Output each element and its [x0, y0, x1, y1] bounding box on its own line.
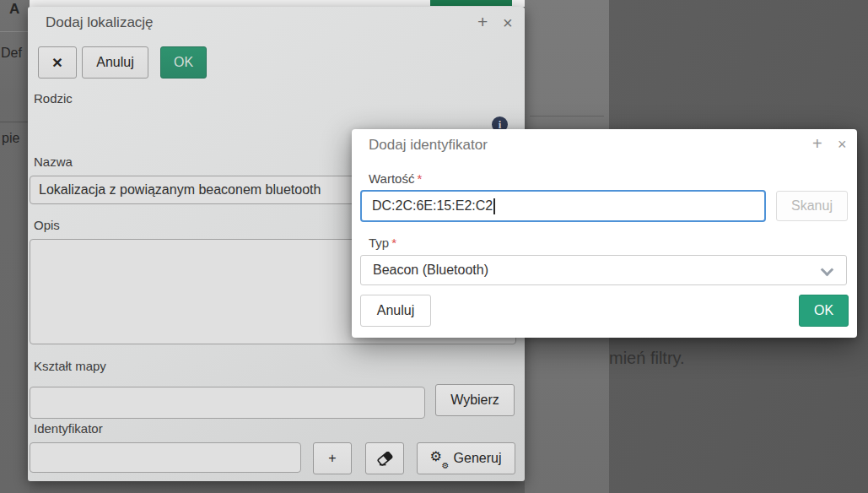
- close-icon[interactable]: ×: [503, 14, 513, 31]
- background-text-pie: pie: [2, 131, 19, 146]
- identifier-label: Identyfikator: [34, 421, 103, 436]
- generate-label: Generuj: [454, 451, 502, 466]
- required-marker: *: [391, 236, 396, 250]
- type-select-value: Beacon (Bluetooth): [373, 263, 488, 278]
- background-green-button: [430, 0, 512, 6]
- background-left-sliver: A Def pie: [0, 0, 30, 493]
- background-text-filters: mień filtry.: [609, 349, 685, 368]
- background-text-a: A: [9, 1, 19, 18]
- add-identifier-button[interactable]: +: [313, 442, 352, 474]
- background-divider: [530, 116, 604, 116]
- type-select[interactable]: Beacon (Bluetooth): [360, 255, 847, 285]
- value-label: Wartość*: [369, 171, 422, 186]
- dialog-title: Dodaj identyfikator: [369, 137, 488, 154]
- eraser-icon: [377, 452, 393, 466]
- close-button[interactable]: ✕: [38, 46, 77, 79]
- generate-button[interactable]: ⚙ ⚙ Generuj: [417, 442, 515, 474]
- type-label: Typ*: [369, 236, 396, 250]
- expand-icon[interactable]: +: [812, 135, 822, 152]
- description-label: Opis: [34, 218, 60, 232]
- ok-button[interactable]: OK: [799, 295, 849, 327]
- choose-button[interactable]: Wybierz: [435, 384, 515, 416]
- screen: mień filtry. A Def pie Dodaj lokalizację…: [0, 0, 868, 493]
- close-icon[interactable]: ×: [838, 136, 847, 153]
- add-identifier-dialog: Dodaj identyfikator + × Wartość* DC:2C:6…: [352, 129, 857, 338]
- map-shape-label: Kształt mapy: [34, 359, 106, 373]
- parent-label: Rodzic: [34, 91, 73, 106]
- scan-button[interactable]: Skanuj: [776, 191, 848, 221]
- cross-icon: ✕: [51, 55, 62, 71]
- cancel-button[interactable]: Anuluj: [360, 295, 431, 327]
- text-cursor: [493, 198, 495, 214]
- map-shape-input[interactable]: [30, 387, 425, 419]
- background-divider: [0, 122, 30, 122]
- chevron-down-icon: [822, 265, 832, 274]
- background-toolbar-strip: [30, 0, 525, 7]
- identifier-input[interactable]: [30, 442, 301, 473]
- clear-identifier-button[interactable]: [365, 442, 404, 474]
- background-divider: [0, 31, 30, 32]
- gears-icon: ⚙ ⚙: [431, 451, 448, 467]
- ok-button[interactable]: OK: [160, 46, 207, 79]
- value-input[interactable]: DC:2C:6E:15:E2:C2: [360, 190, 766, 222]
- name-label: Nazwa: [34, 154, 73, 169]
- background-text-def: Def: [1, 46, 22, 61]
- required-marker: *: [417, 171, 422, 186]
- cancel-button[interactable]: Anuluj: [82, 46, 148, 79]
- value-input-text: DC:2C:6E:15:E2:C2: [372, 198, 493, 214]
- dialog-title: Dodaj lokalizację: [46, 14, 154, 31]
- expand-icon[interactable]: +: [477, 14, 488, 30]
